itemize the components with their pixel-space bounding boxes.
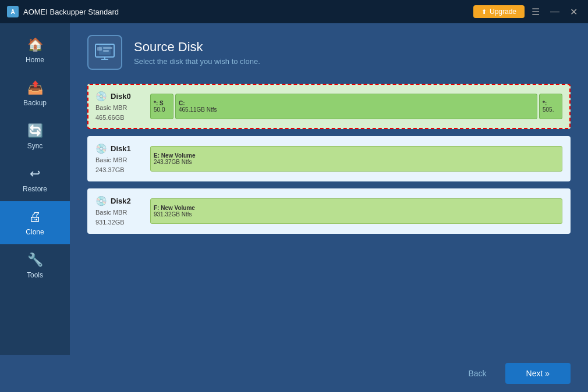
disk0-size: 465.66GB <box>95 113 142 123</box>
disk1-icon: 💿 <box>95 143 107 154</box>
disk0-partitions: *: S 50.0 C: 465.11GB Ntfs *: 505. <box>150 92 562 120</box>
disk0-icon: 💿 <box>95 91 107 102</box>
disk2-partitions: F: New Volume 931.32GB Ntfs <box>150 197 562 225</box>
disk2-partition-f: F: New Volume 931.32GB Ntfs <box>150 198 562 224</box>
disk1-name: Disk1 <box>111 144 131 153</box>
titlebar-controls: Upgrade ☰ — ✕ <box>473 5 581 19</box>
disk0-meta: Basic MBR 465.66GB <box>95 103 142 122</box>
disk1-info: 💿 Disk1 Basic MBR 243.37GB <box>95 143 142 174</box>
disk-row-disk1[interactable]: 💿 Disk1 Basic MBR 243.37GB E: New Volume… <box>87 136 571 181</box>
disk2-meta: Basic MBR 931.32GB <box>95 208 142 227</box>
svg-rect-6 <box>103 47 112 49</box>
back-button[interactable]: Back <box>456 364 498 383</box>
disk1-size: 243.37GB <box>95 165 142 175</box>
sidebar-item-backup[interactable]: 📤 Backup <box>0 72 70 115</box>
upgrade-button[interactable]: Upgrade <box>473 5 525 18</box>
sidebar-item-tools[interactable]: 🔧 Tools <box>0 244 70 287</box>
footer: Back Next » <box>0 355 588 392</box>
disk2-info: 💿 Disk2 Basic MBR 931.32GB <box>95 195 142 227</box>
disk2-type: Basic MBR <box>95 208 142 218</box>
disk2-size: 931.32GB <box>95 218 142 227</box>
page-header-text: Source Disk Select the disk that you wis… <box>134 40 260 66</box>
disk1-partitions: E: New Volume 243.37GB Ntfs <box>150 145 562 173</box>
restore-icon: ↩ <box>30 166 40 181</box>
disk2-name-row: 💿 Disk2 <box>95 195 142 206</box>
disk0-partition-end: *: 505. <box>539 94 562 119</box>
disk0-type: Basic MBR <box>95 103 142 113</box>
disk2-icon: 💿 <box>95 195 107 206</box>
menu-icon[interactable]: ☰ <box>528 5 543 19</box>
sidebar: 🏠 Home 📤 Backup 🔄 Sync ↩ Restore 🖨 Clone… <box>0 23 70 355</box>
svg-rect-7 <box>103 50 109 52</box>
backup-icon: 📤 <box>27 80 43 95</box>
disk1-meta: Basic MBR 243.37GB <box>95 155 142 174</box>
disk-list: 💿 Disk0 Basic MBR 465.66GB *: S 50.0 C: <box>87 84 571 343</box>
tools-icon: 🔧 <box>27 252 43 268</box>
titlebar: A AOMEI Backupper Standard Upgrade ☰ — ✕ <box>0 0 588 23</box>
app-title: AOMEI Backupper Standard <box>23 8 119 16</box>
sidebar-item-sync[interactable]: 🔄 Sync <box>0 115 70 158</box>
sidebar-label-backup: Backup <box>23 99 47 107</box>
content-area: Source Disk Select the disk that you wis… <box>70 23 588 355</box>
clone-icon: 🖨 <box>29 209 41 224</box>
sidebar-item-home[interactable]: 🏠 Home <box>0 29 70 72</box>
disk0-name: Disk0 <box>111 92 131 101</box>
monitor-icon <box>94 42 115 63</box>
disk-row-disk2[interactable]: 💿 Disk2 Basic MBR 931.32GB F: New Volume… <box>87 188 571 234</box>
app-logo: A <box>7 6 19 17</box>
close-icon[interactable]: ✕ <box>566 5 581 19</box>
disk1-type: Basic MBR <box>95 155 142 165</box>
page-header-icon <box>87 35 122 70</box>
minimize-icon[interactable]: — <box>547 5 563 18</box>
sidebar-label-home: Home <box>26 56 44 64</box>
sidebar-label-clone: Clone <box>26 228 44 236</box>
main-layout: 🏠 Home 📤 Backup 🔄 Sync ↩ Restore 🖨 Clone… <box>0 23 588 355</box>
sidebar-label-sync: Sync <box>27 142 43 150</box>
page-subtitle: Select the disk that you wish to clone. <box>134 57 260 66</box>
page-title: Source Disk <box>134 40 260 55</box>
sidebar-label-tools: Tools <box>27 271 43 279</box>
disk2-name: Disk2 <box>111 197 131 205</box>
page-header: Source Disk Select the disk that you wis… <box>87 35 571 70</box>
next-button[interactable]: Next » <box>505 363 571 384</box>
sync-icon: 🔄 <box>27 123 43 138</box>
disk-row-disk0[interactable]: 💿 Disk0 Basic MBR 465.66GB *: S 50.0 C: <box>87 84 571 129</box>
disk1-name-row: 💿 Disk1 <box>95 143 142 154</box>
disk1-partition-e: E: New Volume 243.37GB Ntfs <box>150 146 562 172</box>
home-icon: 🏠 <box>27 37 43 52</box>
disk0-info: 💿 Disk0 Basic MBR 465.66GB <box>95 91 142 122</box>
svg-rect-5 <box>97 47 102 51</box>
sidebar-label-restore: Restore <box>23 185 47 193</box>
disk0-name-row: 💿 Disk0 <box>95 91 142 102</box>
app-title-area: A AOMEI Backupper Standard <box>7 6 119 17</box>
disk0-partition-c: C: 465.11GB Ntfs <box>175 94 537 119</box>
sidebar-item-restore[interactable]: ↩ Restore <box>0 158 70 201</box>
sidebar-item-clone[interactable]: 🖨 Clone <box>0 201 70 244</box>
disk0-partition-sys: *: S 50.0 <box>150 94 173 119</box>
